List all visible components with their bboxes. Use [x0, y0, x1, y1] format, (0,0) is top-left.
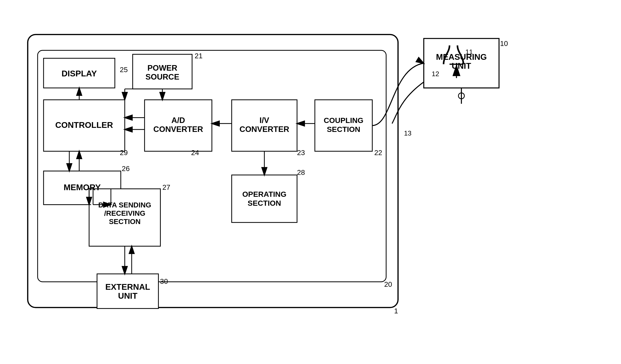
svg-text:24: 24 [191, 149, 199, 157]
svg-text:UNIT: UNIT [118, 291, 137, 301]
svg-text:23: 23 [297, 149, 305, 157]
svg-text:CONTROLLER: CONTROLLER [55, 120, 113, 129]
svg-text:20: 20 [384, 280, 392, 288]
svg-text:29: 29 [120, 149, 128, 157]
svg-rect-7 [315, 100, 372, 151]
diagram: DISPLAY POWER SOURCE CONTROLLER A/D CONV… [9, 13, 612, 351]
svg-text:DISPLAY: DISPLAY [62, 69, 97, 78]
svg-text:21: 21 [195, 52, 203, 60]
svg-line-64 [422, 62, 424, 63]
svg-text:25: 25 [120, 66, 128, 74]
svg-text:30: 30 [160, 277, 168, 285]
svg-text:MEMORY: MEMORY [64, 183, 101, 192]
svg-rect-2 [44, 58, 115, 88]
svg-text:28: 28 [297, 169, 305, 176]
svg-text:A/D: A/D [172, 116, 185, 125]
svg-text:SECTION: SECTION [327, 125, 360, 133]
svg-text:OPERATING: OPERATING [242, 190, 286, 198]
svg-text:I/V: I/V [259, 116, 269, 125]
svg-rect-3 [133, 54, 192, 89]
svg-rect-9 [89, 189, 160, 246]
svg-rect-6 [232, 100, 297, 151]
svg-rect-8 [44, 171, 121, 205]
svg-rect-5 [145, 100, 212, 151]
svg-text:CONVERTER: CONVERTER [240, 125, 289, 134]
svg-rect-0 [28, 34, 398, 307]
svg-text:COUPLING: COUPLING [324, 116, 363, 125]
svg-text:SOURCE: SOURCE [145, 72, 179, 81]
svg-text:SECTION: SECTION [109, 218, 140, 225]
svg-text:POWER: POWER [147, 63, 177, 72]
svg-text:DATA SENDING: DATA SENDING [98, 201, 151, 209]
svg-rect-10 [232, 175, 297, 222]
svg-text:1: 1 [394, 307, 398, 315]
svg-text:11: 11 [465, 48, 473, 56]
svg-text:22: 22 [374, 149, 382, 157]
svg-text:27: 27 [162, 183, 170, 191]
svg-rect-12 [424, 38, 499, 88]
svg-text:10: 10 [500, 40, 508, 47]
svg-rect-11 [97, 274, 158, 308]
svg-rect-1 [38, 50, 386, 282]
svg-text:12: 12 [432, 70, 439, 78]
svg-text:26: 26 [122, 165, 130, 173]
svg-text:13: 13 [404, 129, 412, 137]
svg-text:EXTERNAL: EXTERNAL [105, 282, 150, 291]
svg-text:/RECEIVING: /RECEIVING [104, 209, 145, 217]
svg-text:UNIT: UNIT [452, 61, 471, 70]
svg-text:SECTION: SECTION [248, 199, 281, 207]
svg-point-68 [459, 93, 465, 99]
svg-rect-4 [44, 100, 125, 151]
svg-text:MEASURING: MEASURING [436, 52, 487, 62]
svg-text:CONVERTER: CONVERTER [153, 125, 203, 134]
